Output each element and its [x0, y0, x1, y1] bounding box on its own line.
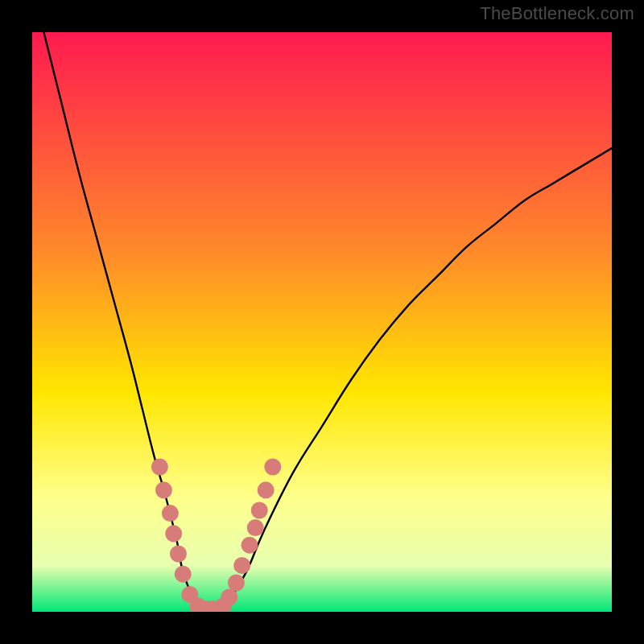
plot-area: [32, 32, 612, 612]
marker-dot: [155, 481, 172, 498]
marker-dot: [242, 537, 258, 554]
marker-dot: [228, 575, 245, 592]
marker-dot: [233, 557, 250, 574]
marker-dot: [258, 481, 275, 498]
chart-svg: [32, 32, 612, 612]
marker-dot: [264, 459, 281, 476]
chart-frame: TheBottleneck.com: [0, 0, 644, 644]
marker-dot: [162, 505, 179, 522]
marker-dot: [165, 525, 182, 542]
marker-dot: [175, 566, 192, 583]
marker-dot: [251, 502, 268, 519]
marker-dot: [247, 519, 264, 536]
watermark-text: TheBottleneck.com: [480, 3, 634, 24]
marker-dot: [170, 546, 187, 563]
marker-dot: [151, 459, 168, 476]
marker-dot: [221, 589, 237, 606]
